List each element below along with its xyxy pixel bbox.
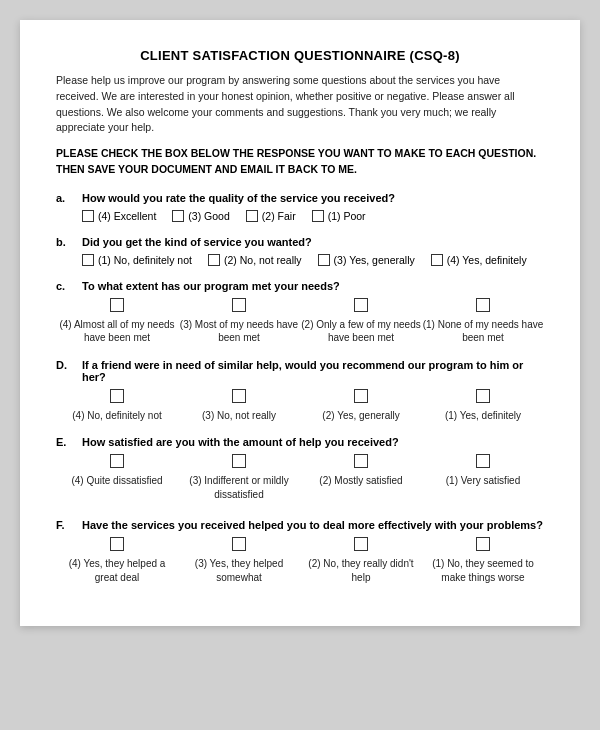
- option-text-3-0: (4) No, definitely not: [72, 409, 162, 423]
- question-letter-1: b.: [56, 236, 74, 248]
- checkbox-1-1[interactable]: [208, 254, 220, 266]
- checkbox-0-0[interactable]: [82, 210, 94, 222]
- checkbox-1-3[interactable]: [431, 254, 443, 266]
- question-label-2: c.To what extent has our program met you…: [56, 280, 544, 292]
- question-label-5: F.Have the services you received helped …: [56, 519, 544, 531]
- option-label-0-0: (4) Excellent: [98, 210, 156, 222]
- option-text-4-1: (3) Indifferent or mildly dissatisfied: [178, 474, 300, 501]
- checkbox-0-1[interactable]: [172, 210, 184, 222]
- options-grid-2: (4) Almost all of my needs have been met…: [56, 298, 544, 345]
- option-col-3-0: (4) No, definitely not: [56, 389, 178, 423]
- checkbox-large-2-2[interactable]: [354, 298, 368, 312]
- question-label-1: b.Did you get the kind of service you wa…: [56, 236, 544, 248]
- option-0-0: (4) Excellent: [82, 210, 156, 222]
- question-text-1: Did you get the kind of service you want…: [82, 236, 312, 248]
- checkbox-large-3-0[interactable]: [110, 389, 124, 403]
- option-label-0-2: (2) Fair: [262, 210, 296, 222]
- option-label-0-3: (1) Poor: [328, 210, 366, 222]
- question-block-0: a.How would you rate the quality of the …: [56, 192, 544, 222]
- option-label-1-2: (3) Yes, generally: [334, 254, 415, 266]
- option-col-2-3: (1) None of my needs have been met: [422, 298, 544, 345]
- options-grid-5: (4) Yes, they helped a great deal(3) Yes…: [56, 537, 544, 584]
- checkbox-large-4-3[interactable]: [476, 454, 490, 468]
- option-col-3-1: (3) No, not really: [178, 389, 300, 423]
- option-1-0: (1) No, definitely not: [82, 254, 192, 266]
- option-col-5-3: (1) No, they seemed to make things worse: [422, 537, 544, 584]
- option-col-3-3: (1) Yes, definitely: [422, 389, 544, 423]
- checkbox-large-2-0[interactable]: [110, 298, 124, 312]
- question-text-2: To what extent has our program met your …: [82, 280, 340, 292]
- option-text-2-1: (3) Most of my needs have been met: [178, 318, 300, 345]
- option-col-2-0: (4) Almost all of my needs have been met: [56, 298, 178, 345]
- option-col-4-2: (2) Mostly satisfied: [300, 454, 422, 501]
- option-col-4-0: (4) Quite dissatisfied: [56, 454, 178, 501]
- options-grid-3: (4) No, definitely not(3) No, not really…: [56, 389, 544, 423]
- option-1-3: (4) Yes, definitely: [431, 254, 527, 266]
- checkbox-large-4-1[interactable]: [232, 454, 246, 468]
- option-col-2-1: (3) Most of my needs have been met: [178, 298, 300, 345]
- question-letter-4: E.: [56, 436, 74, 448]
- checkbox-large-3-1[interactable]: [232, 389, 246, 403]
- question-block-2: c.To what extent has our program met you…: [56, 280, 544, 345]
- question-label-3: D.If a friend were in need of similar he…: [56, 359, 544, 383]
- options-grid-4: (4) Quite dissatisfied(3) Indifferent or…: [56, 454, 544, 501]
- option-text-4-0: (4) Quite dissatisfied: [71, 474, 162, 488]
- option-col-5-1: (3) Yes, they helped somewhat: [178, 537, 300, 584]
- option-col-5-0: (4) Yes, they helped a great deal: [56, 537, 178, 584]
- option-text-5-2: (2) No, they really didn't help: [300, 557, 422, 584]
- checkbox-large-5-1[interactable]: [232, 537, 246, 551]
- option-text-5-0: (4) Yes, they helped a great deal: [56, 557, 178, 584]
- question-letter-5: F.: [56, 519, 74, 531]
- checkbox-large-4-0[interactable]: [110, 454, 124, 468]
- option-text-5-1: (3) Yes, they helped somewhat: [178, 557, 300, 584]
- option-col-4-3: (1) Very satisfied: [422, 454, 544, 501]
- question-text-3: If a friend were in need of similar help…: [82, 359, 544, 383]
- instruction-text: PLEASE CHECK THE BOX BELOW THE RESPONSE …: [56, 146, 544, 178]
- checkbox-large-2-1[interactable]: [232, 298, 246, 312]
- checkbox-large-4-2[interactable]: [354, 454, 368, 468]
- checkbox-0-3[interactable]: [312, 210, 324, 222]
- checkbox-large-5-0[interactable]: [110, 537, 124, 551]
- option-label-1-1: (2) No, not really: [224, 254, 302, 266]
- option-text-2-2: (2) Only a few of my needs have been met: [300, 318, 422, 345]
- intro-text: Please help us improve our program by an…: [56, 73, 544, 136]
- question-label-4: E.How satisfied are you with the amount …: [56, 436, 544, 448]
- option-0-1: (3) Good: [172, 210, 229, 222]
- question-label-0: a.How would you rate the quality of the …: [56, 192, 544, 204]
- option-col-5-2: (2) No, they really didn't help: [300, 537, 422, 584]
- option-text-5-3: (1) No, they seemed to make things worse: [422, 557, 544, 584]
- option-text-2-3: (1) None of my needs have been met: [422, 318, 544, 345]
- checkbox-1-2[interactable]: [318, 254, 330, 266]
- option-1-2: (3) Yes, generally: [318, 254, 415, 266]
- option-text-4-2: (2) Mostly satisfied: [319, 474, 402, 488]
- option-label-1-3: (4) Yes, definitely: [447, 254, 527, 266]
- checkbox-large-3-2[interactable]: [354, 389, 368, 403]
- option-0-2: (2) Fair: [246, 210, 296, 222]
- checkbox-large-2-3[interactable]: [476, 298, 490, 312]
- option-label-1-0: (1) No, definitely not: [98, 254, 192, 266]
- option-col-4-1: (3) Indifferent or mildly dissatisfied: [178, 454, 300, 501]
- option-text-3-3: (1) Yes, definitely: [445, 409, 521, 423]
- checkbox-1-0[interactable]: [82, 254, 94, 266]
- question-block-1: b.Did you get the kind of service you wa…: [56, 236, 544, 266]
- option-1-1: (2) No, not really: [208, 254, 302, 266]
- page: CLIENT SATISFACTION QUESTIONNAIRE (CSQ-8…: [20, 20, 580, 626]
- question-text-0: How would you rate the quality of the se…: [82, 192, 395, 204]
- option-col-3-2: (2) Yes, generally: [300, 389, 422, 423]
- question-text-5: Have the services you received helped yo…: [82, 519, 543, 531]
- options-row-0: (4) Excellent(3) Good(2) Fair(1) Poor: [82, 210, 544, 222]
- checkbox-large-3-3[interactable]: [476, 389, 490, 403]
- option-label-0-1: (3) Good: [188, 210, 229, 222]
- question-letter-0: a.: [56, 192, 74, 204]
- question-block-4: E.How satisfied are you with the amount …: [56, 436, 544, 501]
- option-text-2-0: (4) Almost all of my needs have been met: [56, 318, 178, 345]
- checkbox-large-5-3[interactable]: [476, 537, 490, 551]
- options-row-1: (1) No, definitely not(2) No, not really…: [82, 254, 544, 266]
- page-title: CLIENT SATISFACTION QUESTIONNAIRE (CSQ-8…: [56, 48, 544, 63]
- option-0-3: (1) Poor: [312, 210, 366, 222]
- option-text-3-1: (3) No, not really: [202, 409, 276, 423]
- question-letter-3: D.: [56, 359, 74, 383]
- question-text-4: How satisfied are you with the amount of…: [82, 436, 399, 448]
- checkbox-large-5-2[interactable]: [354, 537, 368, 551]
- checkbox-0-2[interactable]: [246, 210, 258, 222]
